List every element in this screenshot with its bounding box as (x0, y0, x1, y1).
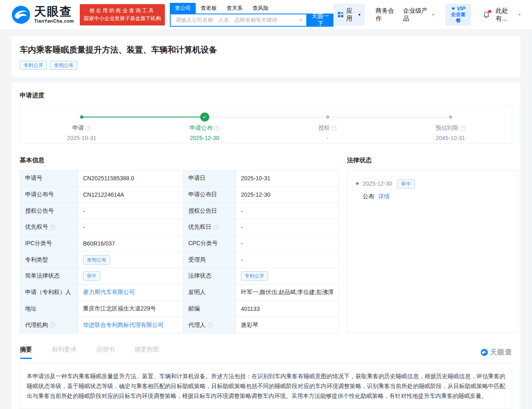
help-icon[interactable]: ? (331, 126, 337, 131)
user-menu-label: 此处有... (496, 7, 516, 23)
field-value: - (236, 203, 339, 219)
vip-package-badge[interactable]: VIP 企业套餐 (445, 4, 471, 25)
field-label-text: 地址 (25, 305, 37, 312)
field-value: 华进联合专利商标代理有限公司 (78, 317, 183, 333)
field-value: 赛力斯汽车有限公司 (78, 285, 183, 301)
chevron-down-icon: ▾ (518, 12, 520, 17)
promo-badge: 都在用的商业查询工具 国家中小企业发展子基金旗下机构 (80, 4, 165, 25)
apps-menu-button[interactable]: 应用 ▾ (333, 4, 364, 26)
legal-status-detail-link[interactable]: 详情 (378, 193, 390, 200)
tab-claims[interactable]: 权利要求 (52, 346, 76, 359)
field-label: 发明人 (183, 285, 236, 301)
help-icon[interactable]: ? (50, 225, 56, 230)
timeline-dot (80, 115, 83, 119)
vip-label: VIP (457, 5, 465, 11)
field-value: - (236, 252, 339, 268)
help-icon[interactable]: ? (213, 225, 219, 230)
timeline-step-expiry: 预估到期 ? 2045-10-31 (389, 106, 512, 143)
search-tab-boss[interactable]: 查老板 (196, 3, 222, 14)
tab-abstract-figure[interactable]: 摘要附图 (134, 346, 159, 359)
help-icon[interactable]: ? (214, 126, 220, 131)
field-label-text: 邮编 (188, 305, 200, 312)
table-row: 地址重庆市江北区福生大道229号邮编401133 (20, 301, 339, 317)
tab-abstract[interactable]: 摘要 (20, 346, 32, 359)
timeline-check-icon: ✓ (200, 113, 209, 122)
progress-heading: 申请进度 (20, 92, 512, 99)
enterprise-label: 企业级产品 (403, 7, 430, 23)
apps-label: 应用 (346, 7, 356, 23)
patent-tags: 专利公开 发明公布 (20, 61, 512, 70)
chevron-down-icon: ▾ (432, 12, 434, 17)
legal-status-date: 2025-12-30 (363, 180, 392, 187)
field-label: 简单法律状态 (20, 268, 78, 285)
timeline-step-grant: 授权 ? - (266, 106, 389, 143)
timeline-step-publication: ✓ 申请公布 ? 2025-12-30 (143, 106, 266, 143)
search-input[interactable] (175, 16, 298, 23)
basic-info-heading: 基本信息 (20, 156, 339, 164)
clear-icon[interactable]: × (298, 16, 303, 23)
basic-info-section: 基本信息 申请号CN202511585388.0申请日2025-10-31申请公… (20, 156, 339, 333)
table-row: 简单法律状态审中法律状态专利公开 (20, 268, 339, 285)
step-date: - (266, 135, 389, 141)
field-label: 法律状态 (183, 268, 236, 285)
field-label-text: 申请（专利权）人 (25, 289, 71, 296)
table-row: 代理机构?华进联合专利商标代理有限公司代理人?唐彩琴 (20, 317, 339, 333)
field-label-text: 申请号 (25, 175, 42, 182)
field-label: CPC分类号 (183, 236, 236, 252)
search-button[interactable]: 天眼一下 (307, 14, 333, 27)
notification-bell-icon[interactable] (482, 11, 490, 19)
timeline-dot (449, 115, 452, 119)
field-label-text: 简单法律状态 (25, 272, 60, 280)
tianyancha-logo[interactable]: 天眼查 TianYanCha.com (12, 5, 74, 24)
field-value: - (236, 236, 339, 252)
timeline-step-application: 申请 ? 2025-10-31 (20, 106, 143, 143)
divider (476, 11, 477, 18)
step-label: 申请公布 (190, 124, 213, 132)
promo-line1: 都在用的商业查询工具 (84, 7, 161, 15)
help-icon[interactable]: ? (86, 126, 91, 131)
field-value: - (236, 219, 339, 236)
apps-grid-icon (338, 11, 344, 18)
search-tab-relation[interactable]: 查关系 (222, 3, 247, 14)
step-date: 2045-10-31 (389, 135, 512, 141)
field-label-text: 专利类型 (25, 256, 48, 264)
field-value: 叶军一;颜伏伍;赵品斌;李位建;彭沸潭 (236, 285, 339, 301)
help-icon[interactable]: ? (208, 322, 213, 328)
field-label-text: 受理局 (188, 256, 206, 264)
field-label-text: 代理机构 (25, 322, 48, 329)
search-tab-risk[interactable]: 查风险 (247, 3, 273, 14)
field-label: 地址 (20, 301, 78, 317)
search-tab-company[interactable]: 查公司 (170, 3, 196, 14)
field-label-text: 优先权号 (25, 223, 48, 231)
nav-business-cooperation[interactable]: 商务合作 (376, 7, 398, 23)
vip-heart-icon (451, 6, 456, 11)
application-progress-timeline: 申请 ? 2025-10-31 ✓ 申请公布 ? 2025-12-30 (20, 105, 512, 144)
tianyancha-logo-icon (12, 5, 30, 24)
nav-enterprise-products[interactable]: 企业级产品 ▾ (403, 7, 434, 23)
table-row: 授权公告号-授权公告日- (20, 203, 339, 219)
help-icon[interactable]: ? (50, 322, 56, 328)
patent-tag-public: 专利公开 (20, 61, 47, 70)
tab-description[interactable]: 说明书 (96, 346, 115, 359)
status-tag: 发明公布 (83, 255, 110, 264)
tianyancha-watermark: 天眼查 (481, 347, 512, 357)
timeline-dot (326, 115, 329, 119)
abstract-text: 本申请涉及一种车内乘客睡眠质量提升方法、装置、车辆和计算机设备。所述方法包括：在… (20, 363, 512, 409)
field-label: 专利类型 (20, 252, 78, 268)
patent-tag-invention: 发明公布 (50, 61, 77, 70)
field-value: - (78, 203, 183, 219)
field-label: 授权公告号 (20, 203, 78, 219)
entity-link[interactable]: 赛力斯汽车有限公司 (83, 289, 135, 296)
divider (370, 11, 370, 18)
step-date: 2025-10-31 (20, 135, 143, 141)
table-row: 专利类型发明公布受理局- (20, 252, 339, 268)
entity-link[interactable]: 华进联合专利商标代理有限公司 (83, 322, 164, 329)
field-value: 发明公布 (78, 252, 183, 268)
field-label-text: 申请公布号 (25, 191, 54, 198)
help-icon[interactable]: ? (460, 126, 465, 131)
field-value: B60R16/037 (78, 236, 183, 252)
tianyancha-watermark-icon (481, 349, 488, 356)
user-menu[interactable]: 此处有... ▾ (496, 7, 520, 23)
field-label: 申请日 (183, 170, 236, 187)
logo-domain: TianYanCha.com (34, 19, 74, 23)
